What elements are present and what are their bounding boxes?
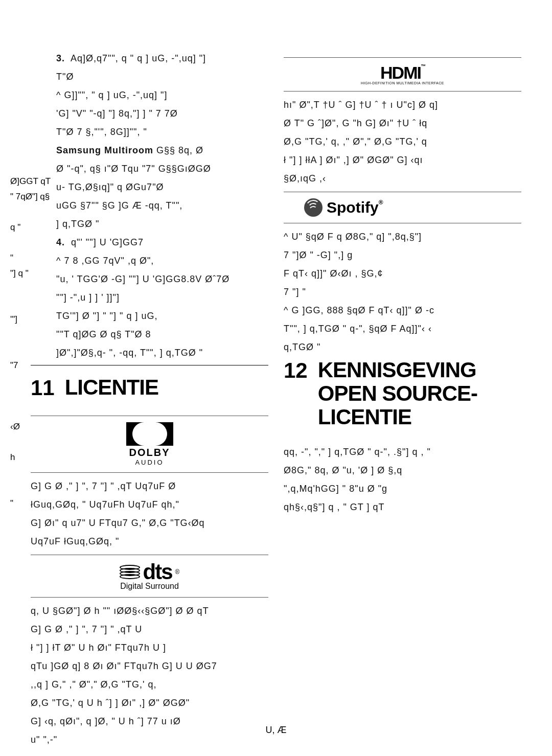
- divider: [31, 555, 268, 555]
- dts-disc-icon: [120, 565, 140, 579]
- list-item-3: 3. Aq]Ø,q7"", q " q ] uG, -",uq] "] T"Ø …: [31, 51, 268, 231]
- section-number-12: 12: [284, 358, 308, 383]
- list-item-4: 4. q"' ""] U 'G]GG7 ^ 7 8 ,GG 7qV" ,q Ø"…: [31, 235, 268, 360]
- divider: [31, 365, 268, 365]
- section-12-heading: 12 KENNISGEVING OPEN SOURCE-LICENTIE: [284, 358, 521, 429]
- hdmi-license-text: hı" Ø",T †U ˆ G] †U ˆ † ı U"c] Ø q] Ø T"…: [284, 98, 521, 186]
- section-11-heading: 11 LICENTIE: [31, 376, 268, 400]
- left-column: 3. Aq]Ø,q7"", q " q ] uG, -",uq] "] T"Ø …: [31, 51, 268, 751]
- page-footer: U, Æ: [0, 725, 552, 736]
- divider: [284, 192, 521, 192]
- section-title-licentie: LICENTIE: [65, 376, 158, 399]
- left-margin-text: Ø]GGT qT " 7qØ"] q§ q " " "] q " '"] "7 …: [10, 174, 56, 511]
- divider: [284, 57, 521, 58]
- open-source-text: qq, -", "," ] q,TGØ " q-", .§"] q , " Ø8…: [284, 445, 521, 514]
- dts-logo: dts® Digital Surround: [99, 561, 201, 591]
- samsung-multiroom-label: Samsung Multiroom: [56, 145, 153, 155]
- divider: [31, 416, 268, 416]
- dolby-icon: [109, 422, 191, 446]
- list-number-4: 4.: [56, 237, 65, 247]
- divider: [31, 597, 268, 598]
- divider: [31, 472, 268, 473]
- spotify-icon: [304, 198, 323, 217]
- section-title-open-source: KENNISGEVING OPEN SOURCE-LICENTIE: [318, 358, 521, 429]
- divider: [284, 91, 521, 91]
- right-column: HDMI™ HIGH-DEFINITION MULTIMEDIA INTERFA…: [284, 51, 521, 751]
- hdmi-logo: HDMI™ HIGH-DEFINITION MULTIMEDIA INTERFA…: [357, 64, 449, 85]
- list-number-3: 3.: [56, 53, 65, 63]
- dolby-license-text: G] G Ø ," ] ", 7 "] " ,qT Uq7uF Ø łGuq,G…: [31, 479, 268, 548]
- spotify-license-text: ^ U" §qØ F q Ø8G," q] ",8q,§"] 7 "]Ø " -…: [284, 230, 521, 354]
- page-body: 3. Aq]Ø,q7"", q " q ] uG, -",uq] "] T"Ø …: [0, 0, 552, 756]
- spotify-logo: Spotify®: [304, 198, 521, 217]
- divider: [284, 223, 521, 223]
- dolby-logo: DOLBY AUDIO: [109, 422, 191, 466]
